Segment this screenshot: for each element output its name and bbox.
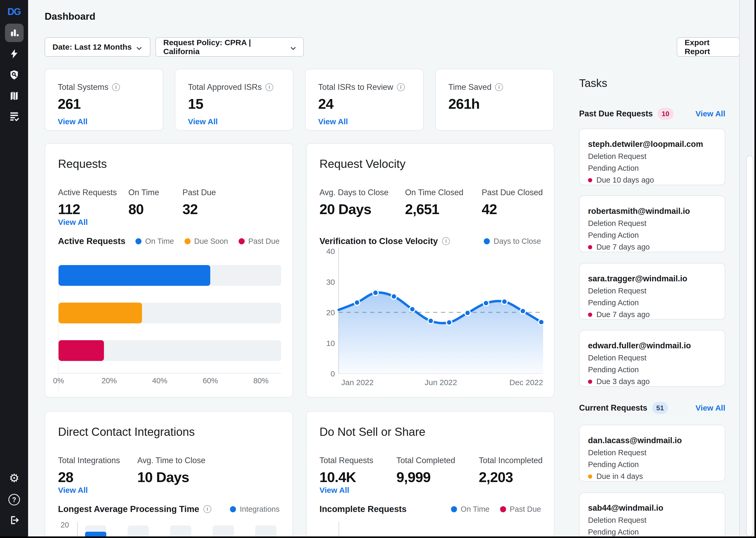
active-requests-bar-chart: 0%20%40%60%80% <box>58 265 281 391</box>
do-not-sell-card: Do Not Sell or Share Total Requests 10.4… <box>306 411 554 538</box>
stat-label: Total Systemsi <box>58 82 163 92</box>
svg-text:Jan 2022: Jan 2022 <box>341 378 374 387</box>
task-type: Deletion Request <box>588 219 717 228</box>
request-velocity-card: Request Velocity Avg. Days to Close 20 D… <box>306 143 554 398</box>
integrations-card-title: Direct Contact Integrations <box>58 425 195 438</box>
do-not-sell-card-title: Do Not Sell or Share <box>319 425 426 438</box>
scrollbar-track[interactable] <box>739 0 754 538</box>
current-requests-header: Current Requests 51 View All <box>579 402 725 414</box>
integrations-chart-legend: Integrations <box>230 505 280 513</box>
date-filter-dropdown[interactable]: Date: Last 12 Months <box>45 37 150 57</box>
task-card[interactable]: steph.detwiler@loopmail.com Deletion Req… <box>579 129 725 185</box>
total-incompleted-stat: Total Incompleted 2,203 <box>479 456 543 485</box>
info-icon[interactable]: i <box>265 83 273 91</box>
requests-card: Requests Active Requests 112 On Time 80 … <box>45 143 293 398</box>
info-icon[interactable]: i <box>112 83 120 91</box>
svg-text:10: 10 <box>326 339 335 348</box>
velocity-line-chart: 403020100Jan 2022Jun 2022Dec 2022 <box>307 144 555 398</box>
avg-time-to-close-stat: Avg. Time to Close 10 Days <box>137 456 206 485</box>
svg-text:0: 0 <box>330 369 335 378</box>
active-requests-stat: Active Requests 112 <box>58 188 117 217</box>
shield-search-icon <box>9 70 20 80</box>
legend-dot-icon <box>239 238 245 244</box>
total-integrations-stat: Total Integrations 28 <box>58 456 120 485</box>
legend-item: Past Due <box>239 237 280 245</box>
info-icon[interactable]: i <box>495 83 503 91</box>
policy-filter-label: Request Policy: CPRA | California <box>163 38 286 56</box>
task-card[interactable]: sara.tragger@windmail.io Deletion Reques… <box>579 263 725 320</box>
due-dot-icon <box>588 474 592 479</box>
legend-item: Due Soon <box>185 237 228 245</box>
task-status: Pending Action <box>588 365 717 374</box>
scrollbar-thumb[interactable] <box>746 155 753 536</box>
section-label: Past Due Requests <box>579 109 653 119</box>
view-all-link[interactable]: View All <box>318 117 348 126</box>
task-type: Deletion Request <box>588 449 717 457</box>
chevron-down-icon <box>291 43 296 52</box>
total-completed-stat: Total Completed 9,999 <box>397 456 455 485</box>
legend-dot-icon <box>500 506 506 512</box>
stat-card-total-systems: Total Systemsi 261 View All <box>45 69 163 131</box>
view-all-link[interactable]: View All <box>188 117 217 126</box>
stat-label: Total ISRs to Reviewi <box>318 82 423 92</box>
sidebar-item-request-manager[interactable] <box>8 110 20 122</box>
x-axis-tick: 80% <box>253 376 268 385</box>
past-due-requests-header: Past Due Requests 10 View All <box>579 107 725 120</box>
date-filter-label: Date: Last 12 Months <box>53 42 132 51</box>
sidebar-item-analytics[interactable] <box>8 27 20 39</box>
view-all-link[interactable]: View All <box>58 486 88 495</box>
tasks-title: Tasks <box>579 77 607 89</box>
sidebar-item-help[interactable]: ? <box>8 494 20 506</box>
svg-text:30: 30 <box>326 278 335 286</box>
chevron-down-icon <box>136 43 142 52</box>
section-label: Current Requests <box>579 403 647 413</box>
svg-text:Dec 2022: Dec 2022 <box>509 378 543 387</box>
help-icon: ? <box>8 494 20 506</box>
stat-value: 261 <box>58 96 163 112</box>
x-axis-tick: 40% <box>152 376 167 385</box>
sidebar-item-automation[interactable] <box>8 48 20 60</box>
due-dot-icon <box>588 380 592 384</box>
task-due: Due 7 days ago <box>588 310 717 319</box>
stat-value: 15 <box>188 96 293 112</box>
task-status: Pending Action <box>588 298 717 307</box>
screen-edge <box>0 536 756 538</box>
task-card[interactable]: sab44@windmail.io Deletion Request Pendi… <box>579 492 725 538</box>
task-status: Pending Action <box>588 528 717 536</box>
requests-x-axis: 0%20%40%60%80% <box>59 376 281 387</box>
sidebar-item-risk-monitor[interactable] <box>8 69 20 81</box>
total-requests-stat: Total Requests 10.4K <box>319 456 373 485</box>
policy-filter-dropdown[interactable]: Request Policy: CPRA | California <box>155 37 304 57</box>
view-all-link[interactable]: View All <box>58 117 87 126</box>
view-all-link[interactable]: View All <box>58 218 88 227</box>
bar-track <box>59 265 281 286</box>
sidebar-item-data-map[interactable] <box>8 90 20 102</box>
logout-icon <box>9 514 20 526</box>
task-card[interactable]: edward.fuller@windmail.io Deletion Reque… <box>579 330 725 387</box>
info-icon[interactable]: i <box>204 505 211 513</box>
sidebar-item-logout[interactable] <box>8 514 20 526</box>
sidebar-item-settings[interactable]: ⚙ <box>8 472 20 484</box>
bar-track <box>127 525 149 538</box>
task-card[interactable]: robertasmith@windmail.io Deletion Reques… <box>579 195 725 252</box>
view-all-link[interactable]: View All <box>319 486 349 495</box>
lightning-icon <box>9 49 20 59</box>
view-all-link[interactable]: View All <box>696 109 725 118</box>
datagrail-logo-icon[interactable]: DG <box>0 6 28 17</box>
bar-track <box>85 525 106 538</box>
task-card[interactable]: dan.lacass@windmail.io Deletion Request … <box>579 425 725 482</box>
requests-card-title: Requests <box>58 157 107 171</box>
active-requests-chart-title: Active Requests <box>58 236 125 246</box>
y-axis-line <box>77 522 78 538</box>
due-dot-icon <box>588 313 592 317</box>
bar-on-time <box>59 265 210 286</box>
screen-edge <box>754 0 756 538</box>
export-report-button[interactable]: Export Report <box>677 37 740 57</box>
view-all-link[interactable]: View All <box>696 404 725 412</box>
current-count-badge: 51 <box>652 402 668 414</box>
info-icon[interactable]: i <box>397 83 405 91</box>
bar-chart-icon <box>9 27 20 38</box>
legend-dot-icon <box>185 238 191 244</box>
bar-past-due <box>59 340 104 361</box>
legend-dot-icon <box>230 506 236 512</box>
